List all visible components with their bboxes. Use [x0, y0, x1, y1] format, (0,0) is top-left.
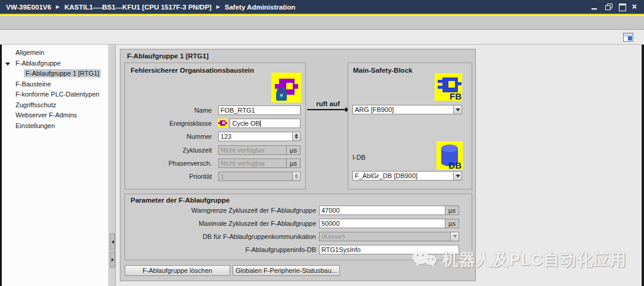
- prioritaet-label: Priorität: [131, 173, 212, 180]
- breadcrumb-arrow-icon: ▶: [216, 4, 220, 10]
- close-icon[interactable]: ×: [632, 4, 637, 10]
- breadcrumb-page[interactable]: Safety Administration: [225, 4, 295, 11]
- ob-class-icon: [218, 119, 228, 128]
- prioritaet-stepper: 1: [218, 172, 301, 181]
- nummer-stepper[interactable]: 123: [218, 132, 301, 141]
- main-safety-block-section: Main-Safety-Block FB ARG [FB900]: [348, 63, 472, 189]
- maximale-unit: µs: [445, 219, 459, 228]
- warngrenze-row: Warngrenze Zykluszeit der F-Ablaufgruppe…: [125, 205, 459, 215]
- fob-section-title: Fehlersicherer Organisationsbaustein: [131, 67, 254, 74]
- window-right-edge: [642, 45, 644, 286]
- zykluszeit-input: Nicht verfügbar µs: [218, 145, 301, 155]
- splitter-collapse-button[interactable]: [110, 234, 115, 250]
- msb-section-title: Main-Safety-Block: [353, 67, 413, 74]
- dropdown-arrow-icon: [450, 232, 459, 241]
- warngrenze-label: Warngrenze Zykluszeit der F-Ablaufgruppe: [125, 207, 319, 214]
- phasenversch-unit: µs: [286, 159, 300, 167]
- kommunikation-row: DB für F-Ablaufgruppenkommunikation (Kei…: [125, 231, 459, 241]
- sidebar-item-zugriffsschutz[interactable]: Zugriffsschutz: [2, 100, 109, 111]
- warngrenze-unit: µs: [445, 206, 459, 214]
- ob-block-icon: [271, 73, 301, 102]
- title-bar: VW-39E001V6 ▶ KASTIL1----BS1---KFU1 [CPU…: [0, 0, 644, 15]
- fob-section: Fehlersicherer Organisationsbaustein Nam…: [125, 63, 306, 189]
- nummer-row: Nummer 123: [131, 131, 301, 141]
- info-db-row: F-Ablaufgruppeninfo-DB RTG1SysInfo: [125, 244, 459, 254]
- toolbar-strip: [0, 16, 644, 30]
- sidebar-item-f-ablaufgruppe-1-rtg1[interactable]: F-Ablaufgruppe 1 [RTG1]: [2, 69, 109, 79]
- call-arrow-icon: [307, 109, 349, 110]
- sidebar-item-webserver-f-admins[interactable]: Webserver F-Admins: [2, 110, 109, 121]
- dropdown-arrow-icon[interactable]: [453, 105, 462, 114]
- db-block-icon: DB: [436, 141, 463, 170]
- breadcrumb-arrow-icon: ▶: [56, 4, 60, 10]
- zykluszeit-unit: µs: [286, 146, 300, 154]
- idb-select[interactable]: F_AblGr_DB [DB900]: [352, 171, 462, 181]
- content-area: Allgemein F-Ablaufgruppe F-Ablaufgruppe …: [0, 45, 644, 286]
- sidebar-splitter[interactable]: [110, 45, 116, 286]
- maximale-label: Maximale Zykluszeit der F-Ablaufgruppe: [125, 220, 319, 227]
- globalen-f-peripherie-statusbaustein-button[interactable]: Globalen F-Peripherie-Statusbau...: [233, 265, 340, 276]
- dropdown-arrow-icon[interactable]: [453, 172, 462, 180]
- ereignisklasse-label: Ereignisklasse: [131, 120, 212, 127]
- expand-triangle-icon[interactable]: [5, 63, 10, 66]
- main-area: F-Ablaufgruppe 1 [RTG1] Fehlersicherer O…: [116, 45, 642, 286]
- nummer-label: Nummer: [131, 133, 212, 140]
- sidebar-item-f-bausteine[interactable]: F-Bausteine: [2, 79, 109, 90]
- f-ablaufgruppe-panel: F-Ablaufgruppe 1 [RTG1] Fehlersicherer O…: [120, 49, 476, 281]
- safety-administration-window: VW-39E001V6 ▶ KASTIL1----BS1---KFU1 [CPU…: [0, 0, 644, 286]
- text-caret: [260, 120, 261, 127]
- splitter-expand-button[interactable]: [110, 251, 115, 268]
- ereignisklasse-input[interactable]: Cycle OB: [230, 119, 301, 128]
- restore-icon[interactable]: [605, 4, 612, 10]
- nummer-spinner-buttons[interactable]: [292, 132, 300, 141]
- phasenversch-label: Phasenversch.: [131, 160, 212, 167]
- zykluszeit-label: Zykluszeit: [131, 147, 212, 154]
- name-row: Name FOB_RTG1: [131, 105, 301, 115]
- kommunikation-select: (Keiner): [319, 232, 459, 241]
- navigation-sidebar: Allgemein F-Ablaufgruppe F-Ablaufgruppe …: [0, 45, 109, 286]
- sidebar-item-einstellungen[interactable]: Einstellungen: [2, 121, 109, 132]
- minimize-icon[interactable]: [591, 4, 599, 10]
- warngrenze-input[interactable]: 47000 µs: [319, 206, 459, 215]
- f-ablaufgruppe-loeschen-button[interactable]: F-Ablaufgruppe löschen: [125, 265, 230, 276]
- maximale-input[interactable]: 50000 µs: [319, 219, 459, 228]
- fb-block-icon: FB: [435, 73, 462, 101]
- sidebar-item-f-ablaufgruppe[interactable]: F-Ablaufgruppe: [2, 58, 109, 69]
- prioritaet-spinner-buttons: [292, 172, 300, 181]
- phasenversch-row: Phasenversch. Nicht verfügbar µs: [131, 158, 301, 168]
- sidebar-item-f-konforme-plc-datentypen[interactable]: F-konforme PLC-Datentypen: [2, 89, 109, 100]
- info-db-input[interactable]: RTG1SysInfo: [319, 245, 459, 254]
- breadcrumb-project[interactable]: VW-39E001V6: [6, 4, 51, 11]
- parameter-section-title: Parameter der F-Ablaufgruppe: [131, 197, 230, 204]
- editor-window-icon[interactable]: [623, 33, 633, 42]
- phasenversch-input: Nicht verfügbar µs: [218, 158, 301, 168]
- main-safety-block-select[interactable]: ARG [FB900]: [352, 105, 462, 114]
- svg-text:DB: DB: [448, 160, 462, 170]
- zykluszeit-row: Zykluszeit Nicht verfügbar µs: [131, 145, 301, 155]
- svg-text:FB: FB: [450, 91, 462, 101]
- ruft-auf-connector: ruft auf: [307, 100, 349, 110]
- name-input[interactable]: FOB_RTG1: [218, 105, 301, 115]
- breadcrumb-device[interactable]: KASTIL1----BS1---KFU1 [CPU 1517F-3 PN/DP…: [64, 4, 212, 11]
- name-label: Name: [131, 107, 212, 114]
- ruft-auf-label: ruft auf: [316, 100, 340, 107]
- panel-title: F-Ablaufgruppe 1 [RTG1]: [127, 52, 209, 60]
- info-db-label: F-Ablaufgruppeninfo-DB: [125, 246, 319, 253]
- parameter-section: Parameter der F-Ablaufgruppe Warngrenze …: [125, 194, 472, 260]
- sidebar-item-allgemein[interactable]: Allgemein: [2, 48, 109, 58]
- idb-label: I-DB: [352, 154, 366, 161]
- kommunikation-label: DB für F-Ablaufgruppenkommunikation: [125, 233, 319, 240]
- maximize-icon[interactable]: [618, 4, 626, 10]
- editor-bar: [0, 30, 644, 45]
- maximale-row: Maximale Zykluszeit der F-Ablaufgruppe 5…: [125, 218, 459, 228]
- prioritaet-row: Priorität 1: [131, 171, 301, 181]
- ereignisklasse-row: Ereignisklasse Cycle OB: [131, 118, 301, 128]
- window-controls: ×: [591, 4, 638, 10]
